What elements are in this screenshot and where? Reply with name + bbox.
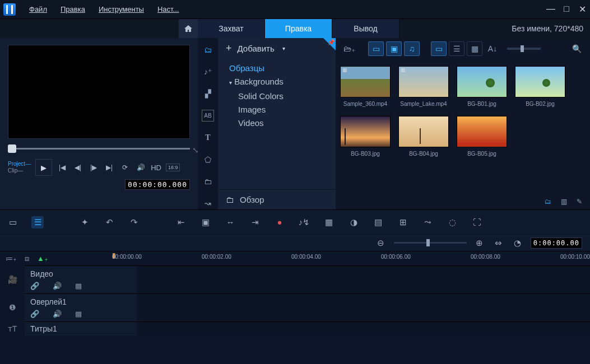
filter-video-icon[interactable]: ▭: [368, 41, 384, 56]
preview-scrubber[interactable]: ⤡: [8, 144, 190, 153]
track-title-icon[interactable]: ᴛT: [0, 321, 25, 335]
rail-filters-icon[interactable]: 🗀: [202, 176, 214, 188]
menu-tools[interactable]: Инструменты: [92, 5, 151, 13]
timeline-view-icon[interactable]: ☰: [31, 216, 44, 228]
tree-videos[interactable]: Videos: [229, 116, 336, 130]
undo-icon[interactable]: ↶: [103, 216, 115, 228]
track-mute-icon[interactable]: 🔊: [53, 282, 62, 290]
rail-audio-icon[interactable]: ♪⁺: [202, 66, 214, 77]
preview-timecode[interactable]: 00:00:00.000: [125, 179, 190, 190]
view-list-icon[interactable]: ☰: [449, 41, 464, 56]
loop-button[interactable]: ⟳: [119, 162, 131, 173]
clock-icon[interactable]: ◔: [512, 237, 524, 249]
subtitle-icon[interactable]: ▤: [372, 216, 384, 228]
tree-samples[interactable]: Образцы: [229, 62, 336, 75]
tree-solid-colors[interactable]: Solid Colors: [229, 90, 336, 103]
sort-icon[interactable]: A↓: [485, 41, 500, 56]
menu-edit[interactable]: Правка: [54, 5, 92, 13]
thumb-BG-B05.jpg[interactable]: BG-B05.jpg: [457, 116, 507, 157]
redo-icon[interactable]: ↷: [128, 216, 140, 228]
go-start-button[interactable]: |◀: [57, 162, 68, 173]
split-icon[interactable]: ↔: [224, 216, 236, 228]
motion-icon[interactable]: ⤳: [421, 216, 434, 228]
foot-panel1-icon[interactable]: 🗂: [542, 196, 554, 207]
rail-graphics-icon[interactable]: ⬠: [202, 153, 214, 165]
snap-icon[interactable]: ⧈: [25, 254, 29, 263]
zoom-out-icon[interactable]: ⊖: [375, 237, 387, 249]
track-overlay-icon[interactable]: ❶: [0, 293, 25, 321]
tab-capture[interactable]: Захват: [198, 19, 265, 38]
filter-image-icon[interactable]: ▣: [386, 41, 402, 56]
tree-backgrounds[interactable]: ▾ Backgrounds: [229, 75, 336, 90]
thumb-Sample_Lake.mp4[interactable]: ▦Sample_Lake.mp4: [398, 66, 449, 107]
rail-path-icon[interactable]: ↝: [202, 198, 214, 209]
thumb-BG-B04.jpg[interactable]: BG-B04.jpg: [398, 116, 449, 157]
foot-panel2-icon[interactable]: ▥: [558, 196, 570, 207]
rail-text-icon[interactable]: T: [202, 132, 214, 143]
go-end-button[interactable]: ▶|: [104, 162, 115, 173]
home-button[interactable]: [179, 19, 198, 38]
track-video[interactable]: Видео 🔗 🔊 ▩: [25, 265, 590, 293]
view-grid-icon[interactable]: ▦: [467, 41, 482, 56]
mark-out-icon[interactable]: ⇥: [249, 216, 261, 228]
zoom-slider[interactable]: [394, 242, 467, 244]
tools-icon[interactable]: ✦: [78, 216, 91, 228]
marker-icon[interactable]: ▲₊: [37, 254, 48, 263]
window-minimize[interactable]: —: [546, 4, 555, 15]
step-fwd-button[interactable]: |▶: [88, 162, 99, 173]
rail-media-icon[interactable]: 🗂: [202, 44, 214, 55]
track-options-icon[interactable]: ≔₊: [6, 254, 17, 263]
hd-toggle[interactable]: HD: [151, 164, 161, 172]
thumb-Sample_360.mp4[interactable]: ▦Sample_360.mp4: [340, 66, 391, 107]
mark-in-icon[interactable]: ⇤: [175, 216, 187, 228]
pin-icon[interactable]: 📌: [328, 39, 335, 45]
foot-edit-icon[interactable]: ✎: [573, 196, 586, 207]
multicam-icon[interactable]: ▦: [323, 216, 335, 228]
timeline-timecode[interactable]: 0:00:00.00: [531, 237, 582, 249]
thumbnail-size-slider[interactable]: [507, 48, 541, 50]
rail-transitions-icon[interactable]: ▞: [202, 87, 214, 99]
volume-button[interactable]: 🔊: [135, 162, 146, 173]
rail-titles-icon[interactable]: АВ: [202, 110, 214, 122]
mode-clip[interactable]: Clip—: [8, 167, 31, 174]
record-icon[interactable]: ●: [273, 216, 286, 228]
audio-ducking-icon[interactable]: ♪↯: [298, 216, 310, 228]
crop-tool-icon[interactable]: ⛶: [471, 216, 483, 228]
grid-tool-icon[interactable]: ⊞: [397, 216, 409, 228]
step-back-button[interactable]: ◀|: [72, 162, 83, 173]
track-link-icon[interactable]: 🔗: [30, 310, 39, 318]
preview-canvas[interactable]: [8, 45, 190, 139]
overview-button[interactable]: 🗀 Обзор: [218, 189, 336, 209]
storyboard-view-icon[interactable]: ▭: [7, 216, 19, 228]
play-button[interactable]: ▶: [35, 159, 52, 176]
filter-audio-icon[interactable]: ♫: [404, 41, 420, 56]
resize-icon[interactable]: ⤡: [192, 146, 199, 155]
window-maximize[interactable]: □: [562, 4, 571, 15]
track-title[interactable]: Титры1: [25, 321, 590, 335]
bounds-icon[interactable]: ▣: [199, 216, 212, 228]
track-mute-icon[interactable]: 🔊: [53, 310, 62, 318]
mask-icon[interactable]: ◑: [347, 216, 360, 228]
thumb-BG-B03.jpg[interactable]: BG-B03.jpg: [340, 116, 391, 157]
thumb-BG-B02.jpg[interactable]: BG-B02.jpg: [515, 66, 565, 107]
mode-project[interactable]: Project—: [8, 161, 31, 167]
timeline-ruler[interactable]: ▮ 00:00:00.0000:00:02.0000:00:04.0000:00…: [112, 251, 590, 265]
zoom-in-icon[interactable]: ⊕: [473, 237, 486, 249]
track-link-icon[interactable]: 🔗: [30, 282, 39, 290]
fit-icon[interactable]: ⇔: [493, 237, 505, 249]
tab-output[interactable]: Вывод: [332, 19, 399, 38]
menu-file[interactable]: Файл: [22, 5, 54, 13]
window-close[interactable]: ✕: [578, 4, 587, 15]
tracking-icon[interactable]: ◌: [446, 216, 458, 228]
track-fx-icon[interactable]: ▩: [75, 282, 82, 290]
view-thumb-icon[interactable]: ▭: [431, 41, 447, 56]
track-video-icon[interactable]: 🎥: [0, 265, 25, 293]
thumb-BG-B01.jpg[interactable]: BG-B01.jpg: [457, 66, 507, 107]
search-icon[interactable]: 🔍: [569, 41, 584, 56]
add-media-button[interactable]: + Добавить ▾: [218, 38, 336, 58]
tree-images[interactable]: Images: [229, 103, 336, 116]
tab-edit[interactable]: Правка: [265, 19, 332, 38]
menu-settings[interactable]: Наст...: [151, 5, 185, 13]
track-overlay[interactable]: Оверлей1 🔗 🔊 ▩: [25, 293, 590, 321]
aspect-button[interactable]: 16:9: [166, 164, 180, 171]
